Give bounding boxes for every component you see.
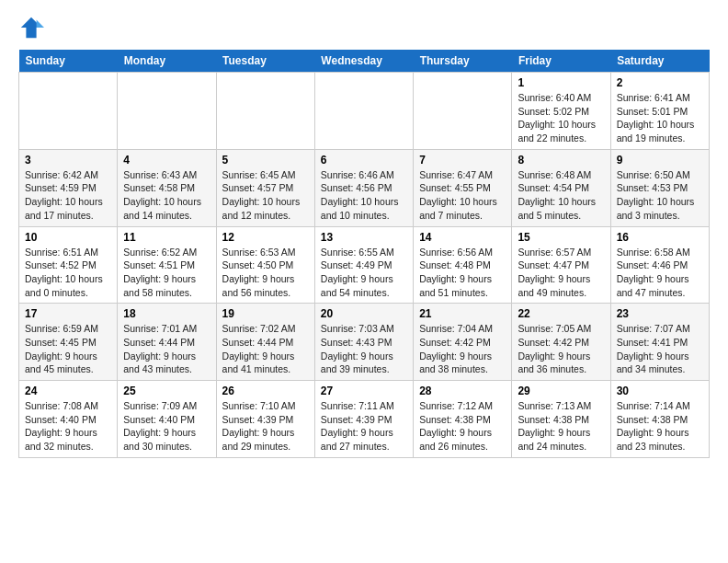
calendar-cell: 15Sunrise: 6:57 AM Sunset: 4:47 PM Dayli… <box>512 226 610 304</box>
calendar-cell: 25Sunrise: 7:09 AM Sunset: 4:40 PM Dayli… <box>118 381 216 458</box>
day-number: 11 <box>123 231 210 244</box>
calendar-cell: 2Sunrise: 6:41 AM Sunset: 5:01 PM Daylig… <box>610 73 709 150</box>
svg-marker-1 <box>37 20 44 28</box>
calendar-cell: 18Sunrise: 7:01 AM Sunset: 4:44 PM Dayli… <box>118 304 216 381</box>
day-header-wednesday: Wednesday <box>314 50 413 73</box>
calendar-cell <box>414 73 512 150</box>
calendar-cell: 17Sunrise: 6:59 AM Sunset: 4:45 PM Dayli… <box>19 304 118 381</box>
day-info: Sunrise: 6:40 AM Sunset: 5:02 PM Dayligh… <box>518 91 604 145</box>
day-number: 14 <box>419 231 506 244</box>
day-info: Sunrise: 7:01 AM Sunset: 4:44 PM Dayligh… <box>123 322 210 376</box>
day-number: 27 <box>321 385 407 397</box>
day-number: 30 <box>617 385 703 397</box>
calendar-cell: 6Sunrise: 6:46 AM Sunset: 4:56 PM Daylig… <box>314 149 413 226</box>
calendar-cell: 9Sunrise: 6:50 AM Sunset: 4:53 PM Daylig… <box>610 149 709 226</box>
day-header-monday: Monday <box>118 50 216 73</box>
day-info: Sunrise: 7:12 AM Sunset: 4:38 PM Dayligh… <box>419 399 506 454</box>
week-row-4: 17Sunrise: 6:59 AM Sunset: 4:45 PM Dayli… <box>19 304 710 381</box>
day-info: Sunrise: 7:10 AM Sunset: 4:39 PM Dayligh… <box>222 399 309 454</box>
day-info: Sunrise: 7:14 AM Sunset: 4:38 PM Dayligh… <box>617 399 703 454</box>
page: SundayMondayTuesdayWednesdayThursdayFrid… <box>0 0 728 467</box>
calendar-cell: 29Sunrise: 7:13 AM Sunset: 4:38 PM Dayli… <box>512 381 610 458</box>
day-number: 10 <box>25 231 111 244</box>
calendar-table: SundayMondayTuesdayWednesdayThursdayFrid… <box>18 50 710 458</box>
calendar-cell <box>19 73 118 150</box>
day-number: 17 <box>25 307 111 320</box>
day-info: Sunrise: 6:48 AM Sunset: 4:54 PM Dayligh… <box>518 168 604 223</box>
week-row-1: 1Sunrise: 6:40 AM Sunset: 5:02 PM Daylig… <box>19 73 710 150</box>
calendar-cell: 1Sunrise: 6:40 AM Sunset: 5:02 PM Daylig… <box>512 73 610 150</box>
calendar-cell: 24Sunrise: 7:08 AM Sunset: 4:40 PM Dayli… <box>19 381 118 458</box>
calendar-cell: 19Sunrise: 7:02 AM Sunset: 4:44 PM Dayli… <box>216 304 314 381</box>
day-info: Sunrise: 6:51 AM Sunset: 4:52 PM Dayligh… <box>25 246 111 300</box>
day-header-saturday: Saturday <box>610 50 709 73</box>
calendar-cell: 10Sunrise: 6:51 AM Sunset: 4:52 PM Dayli… <box>19 226 118 304</box>
calendar-cell: 7Sunrise: 6:47 AM Sunset: 4:55 PM Daylig… <box>414 149 512 226</box>
day-info: Sunrise: 7:02 AM Sunset: 4:44 PM Dayligh… <box>222 322 309 376</box>
calendar-cell: 27Sunrise: 7:11 AM Sunset: 4:39 PM Dayli… <box>314 381 413 458</box>
day-number: 3 <box>25 154 111 167</box>
calendar-cell: 13Sunrise: 6:55 AM Sunset: 4:49 PM Dayli… <box>314 226 413 304</box>
day-number: 2 <box>617 76 703 89</box>
day-info: Sunrise: 7:09 AM Sunset: 4:40 PM Dayligh… <box>123 399 210 454</box>
calendar-cell <box>216 73 314 150</box>
day-info: Sunrise: 6:47 AM Sunset: 4:55 PM Dayligh… <box>419 168 506 223</box>
day-number: 15 <box>518 231 604 244</box>
day-info: Sunrise: 6:50 AM Sunset: 4:53 PM Dayligh… <box>617 168 703 223</box>
day-info: Sunrise: 7:08 AM Sunset: 4:40 PM Dayligh… <box>25 399 111 454</box>
day-number: 1 <box>518 76 604 89</box>
calendar-cell: 22Sunrise: 7:05 AM Sunset: 4:42 PM Dayli… <box>512 304 610 381</box>
day-info: Sunrise: 6:56 AM Sunset: 4:48 PM Dayligh… <box>419 246 506 300</box>
day-number: 26 <box>222 385 309 397</box>
logo-icon <box>18 15 44 40</box>
day-info: Sunrise: 6:52 AM Sunset: 4:51 PM Dayligh… <box>123 246 210 300</box>
day-number: 22 <box>518 307 604 320</box>
day-number: 13 <box>321 231 407 244</box>
logo <box>18 15 48 40</box>
calendar-cell: 12Sunrise: 6:53 AM Sunset: 4:50 PM Dayli… <box>216 226 314 304</box>
day-header-friday: Friday <box>512 50 610 73</box>
day-info: Sunrise: 7:11 AM Sunset: 4:39 PM Dayligh… <box>321 399 407 454</box>
day-header-sunday: Sunday <box>19 50 118 73</box>
day-number: 21 <box>419 307 506 320</box>
calendar-cell: 8Sunrise: 6:48 AM Sunset: 4:54 PM Daylig… <box>512 149 610 226</box>
calendar-cell: 21Sunrise: 7:04 AM Sunset: 4:42 PM Dayli… <box>414 304 512 381</box>
day-number: 20 <box>321 307 407 320</box>
calendar-cell <box>118 73 216 150</box>
week-row-5: 24Sunrise: 7:08 AM Sunset: 4:40 PM Dayli… <box>19 381 710 458</box>
day-info: Sunrise: 7:13 AM Sunset: 4:38 PM Dayligh… <box>518 399 604 454</box>
day-number: 19 <box>222 307 309 320</box>
day-number: 4 <box>123 154 210 167</box>
day-info: Sunrise: 7:03 AM Sunset: 4:43 PM Dayligh… <box>321 322 407 376</box>
calendar-cell: 26Sunrise: 7:10 AM Sunset: 4:39 PM Dayli… <box>216 381 314 458</box>
day-info: Sunrise: 6:42 AM Sunset: 4:59 PM Dayligh… <box>25 168 111 223</box>
calendar-cell: 30Sunrise: 7:14 AM Sunset: 4:38 PM Dayli… <box>610 381 709 458</box>
header-row: SundayMondayTuesdayWednesdayThursdayFrid… <box>19 50 710 73</box>
day-info: Sunrise: 6:41 AM Sunset: 5:01 PM Dayligh… <box>617 91 703 145</box>
calendar-cell: 23Sunrise: 7:07 AM Sunset: 4:41 PM Dayli… <box>610 304 709 381</box>
day-number: 25 <box>123 385 210 397</box>
day-info: Sunrise: 6:53 AM Sunset: 4:50 PM Dayligh… <box>222 246 309 300</box>
day-info: Sunrise: 6:57 AM Sunset: 4:47 PM Dayligh… <box>518 246 604 300</box>
day-number: 6 <box>321 154 407 167</box>
day-number: 8 <box>518 154 604 167</box>
day-number: 29 <box>518 385 604 397</box>
day-number: 16 <box>617 231 703 244</box>
calendar-cell <box>314 73 413 150</box>
day-number: 7 <box>419 154 506 167</box>
day-header-thursday: Thursday <box>414 50 512 73</box>
day-info: Sunrise: 6:46 AM Sunset: 4:56 PM Dayligh… <box>321 168 407 223</box>
day-info: Sunrise: 7:07 AM Sunset: 4:41 PM Dayligh… <box>617 322 703 376</box>
calendar-cell: 11Sunrise: 6:52 AM Sunset: 4:51 PM Dayli… <box>118 226 216 304</box>
day-info: Sunrise: 7:04 AM Sunset: 4:42 PM Dayligh… <box>419 322 506 376</box>
calendar-cell: 3Sunrise: 6:42 AM Sunset: 4:59 PM Daylig… <box>19 149 118 226</box>
day-info: Sunrise: 6:45 AM Sunset: 4:57 PM Dayligh… <box>222 168 309 223</box>
day-info: Sunrise: 6:55 AM Sunset: 4:49 PM Dayligh… <box>321 246 407 300</box>
calendar-cell: 14Sunrise: 6:56 AM Sunset: 4:48 PM Dayli… <box>414 226 512 304</box>
day-number: 24 <box>25 385 111 397</box>
day-header-tuesday: Tuesday <box>216 50 314 73</box>
day-number: 23 <box>617 307 703 320</box>
calendar-cell: 16Sunrise: 6:58 AM Sunset: 4:46 PM Dayli… <box>610 226 709 304</box>
day-number: 12 <box>222 231 309 244</box>
header <box>18 15 710 40</box>
